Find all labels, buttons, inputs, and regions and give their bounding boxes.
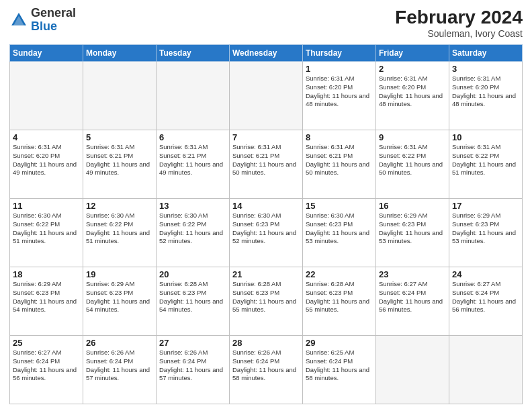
day-number: 11	[13, 201, 80, 211]
day-of-week-header: Monday	[83, 45, 157, 62]
calendar-cell: 16Sunrise: 6:29 AM Sunset: 6:23 PM Dayli…	[376, 199, 449, 267]
calendar-cell: 7Sunrise: 6:31 AM Sunset: 6:21 PM Daylig…	[230, 130, 303, 199]
day-number: 7	[232, 132, 300, 142]
day-info: Sunrise: 6:30 AM Sunset: 6:22 PM Dayligh…	[159, 212, 226, 246]
calendar-cell: 5Sunrise: 6:31 AM Sunset: 6:21 PM Daylig…	[83, 130, 157, 199]
calendar-week-row: 4Sunrise: 6:31 AM Sunset: 6:20 PM Daylig…	[10, 130, 523, 199]
day-info: Sunrise: 6:31 AM Sunset: 6:21 PM Dayligh…	[232, 143, 300, 177]
calendar-cell: 15Sunrise: 6:30 AM Sunset: 6:23 PM Dayli…	[303, 199, 376, 267]
day-number: 22	[306, 269, 373, 279]
calendar-cell: 27Sunrise: 6:26 AM Sunset: 6:24 PM Dayli…	[157, 336, 230, 404]
day-number: 2	[379, 64, 446, 74]
logo-general: General	[31, 6, 76, 19]
day-number: 29	[306, 338, 373, 348]
day-of-week-header: Wednesday	[230, 45, 303, 62]
day-info: Sunrise: 6:28 AM Sunset: 6:23 PM Dayligh…	[159, 280, 226, 314]
calendar-header-row: SundayMondayTuesdayWednesdayThursdayFrid…	[10, 45, 523, 62]
calendar-cell: 3Sunrise: 6:31 AM Sunset: 6:20 PM Daylig…	[449, 62, 523, 130]
day-info: Sunrise: 6:27 AM Sunset: 6:24 PM Dayligh…	[13, 349, 80, 383]
day-number: 20	[159, 269, 226, 279]
day-info: Sunrise: 6:27 AM Sunset: 6:24 PM Dayligh…	[379, 280, 446, 314]
calendar-cell	[157, 62, 230, 130]
logo: General Blue	[9, 7, 76, 34]
day-number: 18	[13, 269, 80, 279]
logo-blue: Blue	[31, 19, 57, 33]
day-of-week-header: Friday	[376, 45, 449, 62]
calendar-cell: 17Sunrise: 6:29 AM Sunset: 6:23 PM Dayli…	[449, 199, 523, 267]
day-number: 24	[452, 269, 519, 279]
day-info: Sunrise: 6:28 AM Sunset: 6:23 PM Dayligh…	[306, 280, 373, 314]
calendar-cell: 14Sunrise: 6:30 AM Sunset: 6:23 PM Dayli…	[230, 199, 303, 267]
day-number: 8	[306, 132, 373, 142]
day-number: 23	[379, 269, 446, 279]
calendar-cell	[83, 62, 157, 130]
calendar-cell: 8Sunrise: 6:31 AM Sunset: 6:21 PM Daylig…	[303, 130, 376, 199]
calendar-cell: 20Sunrise: 6:28 AM Sunset: 6:23 PM Dayli…	[157, 267, 230, 336]
calendar-cell: 24Sunrise: 6:27 AM Sunset: 6:24 PM Dayli…	[449, 267, 523, 336]
day-info: Sunrise: 6:31 AM Sunset: 6:22 PM Dayligh…	[379, 143, 446, 177]
day-number: 1	[306, 64, 373, 74]
calendar-cell: 22Sunrise: 6:28 AM Sunset: 6:23 PM Dayli…	[303, 267, 376, 336]
day-info: Sunrise: 6:26 AM Sunset: 6:24 PM Dayligh…	[159, 349, 226, 383]
calendar-cell: 26Sunrise: 6:26 AM Sunset: 6:24 PM Dayli…	[83, 336, 157, 404]
day-info: Sunrise: 6:27 AM Sunset: 6:24 PM Dayligh…	[452, 280, 519, 314]
day-info: Sunrise: 6:31 AM Sunset: 6:21 PM Dayligh…	[86, 143, 153, 177]
calendar-cell: 12Sunrise: 6:30 AM Sunset: 6:22 PM Dayli…	[83, 199, 157, 267]
day-number: 25	[13, 338, 80, 348]
day-number: 19	[86, 269, 153, 279]
logo-text: General Blue	[31, 7, 76, 34]
day-info: Sunrise: 6:31 AM Sunset: 6:22 PM Dayligh…	[452, 143, 519, 177]
day-info: Sunrise: 6:29 AM Sunset: 6:23 PM Dayligh…	[13, 280, 80, 314]
calendar-week-row: 11Sunrise: 6:30 AM Sunset: 6:22 PM Dayli…	[10, 199, 523, 267]
calendar-cell	[10, 62, 83, 130]
day-number: 17	[452, 201, 519, 211]
day-number: 28	[232, 338, 300, 348]
calendar-cell: 10Sunrise: 6:31 AM Sunset: 6:22 PM Dayli…	[449, 130, 523, 199]
day-number: 6	[159, 132, 226, 142]
calendar-cell: 19Sunrise: 6:29 AM Sunset: 6:23 PM Dayli…	[83, 267, 157, 336]
day-number: 21	[232, 269, 300, 279]
header: General Blue February 2024 Souleman, Ivo…	[9, 7, 523, 39]
calendar-cell: 28Sunrise: 6:26 AM Sunset: 6:24 PM Dayli…	[230, 336, 303, 404]
day-number: 27	[159, 338, 226, 348]
day-info: Sunrise: 6:28 AM Sunset: 6:23 PM Dayligh…	[232, 280, 300, 314]
day-number: 14	[232, 201, 300, 211]
calendar-cell: 11Sunrise: 6:30 AM Sunset: 6:22 PM Dayli…	[10, 199, 83, 267]
day-info: Sunrise: 6:30 AM Sunset: 6:22 PM Dayligh…	[86, 212, 153, 246]
calendar-cell: 6Sunrise: 6:31 AM Sunset: 6:21 PM Daylig…	[157, 130, 230, 199]
calendar-cell: 1Sunrise: 6:31 AM Sunset: 6:20 PM Daylig…	[303, 62, 376, 130]
day-number: 4	[13, 132, 80, 142]
day-of-week-header: Sunday	[10, 45, 83, 62]
day-number: 15	[306, 201, 373, 211]
calendar-cell	[230, 62, 303, 130]
day-info: Sunrise: 6:31 AM Sunset: 6:20 PM Dayligh…	[379, 75, 446, 109]
calendar-cell: 2Sunrise: 6:31 AM Sunset: 6:20 PM Daylig…	[376, 62, 449, 130]
calendar-week-row: 25Sunrise: 6:27 AM Sunset: 6:24 PM Dayli…	[10, 336, 523, 404]
day-number: 12	[86, 201, 153, 211]
logo-icon	[9, 11, 28, 30]
day-of-week-header: Tuesday	[157, 45, 230, 62]
day-info: Sunrise: 6:31 AM Sunset: 6:20 PM Dayligh…	[13, 143, 80, 177]
day-number: 10	[452, 132, 519, 142]
day-of-week-header: Saturday	[449, 45, 523, 62]
day-number: 26	[86, 338, 153, 348]
day-number: 3	[452, 64, 519, 74]
day-info: Sunrise: 6:30 AM Sunset: 6:23 PM Dayligh…	[232, 212, 300, 246]
day-info: Sunrise: 6:30 AM Sunset: 6:22 PM Dayligh…	[13, 212, 80, 246]
day-info: Sunrise: 6:30 AM Sunset: 6:23 PM Dayligh…	[306, 212, 373, 246]
day-number: 16	[379, 201, 446, 211]
calendar-cell: 9Sunrise: 6:31 AM Sunset: 6:22 PM Daylig…	[376, 130, 449, 199]
day-info: Sunrise: 6:31 AM Sunset: 6:21 PM Dayligh…	[306, 143, 373, 177]
calendar-cell: 21Sunrise: 6:28 AM Sunset: 6:23 PM Dayli…	[230, 267, 303, 336]
calendar-cell	[376, 336, 449, 404]
day-number: 9	[379, 132, 446, 142]
day-info: Sunrise: 6:31 AM Sunset: 6:21 PM Dayligh…	[159, 143, 226, 177]
page: General Blue February 2024 Souleman, Ivo…	[0, 0, 532, 411]
day-info: Sunrise: 6:29 AM Sunset: 6:23 PM Dayligh…	[379, 212, 446, 246]
calendar-cell: 23Sunrise: 6:27 AM Sunset: 6:24 PM Dayli…	[376, 267, 449, 336]
calendar-week-row: 1Sunrise: 6:31 AM Sunset: 6:20 PM Daylig…	[10, 62, 523, 130]
day-info: Sunrise: 6:29 AM Sunset: 6:23 PM Dayligh…	[86, 280, 153, 314]
day-info: Sunrise: 6:26 AM Sunset: 6:24 PM Dayligh…	[232, 349, 300, 383]
day-info: Sunrise: 6:31 AM Sunset: 6:20 PM Dayligh…	[452, 75, 519, 109]
day-number: 13	[159, 201, 226, 211]
